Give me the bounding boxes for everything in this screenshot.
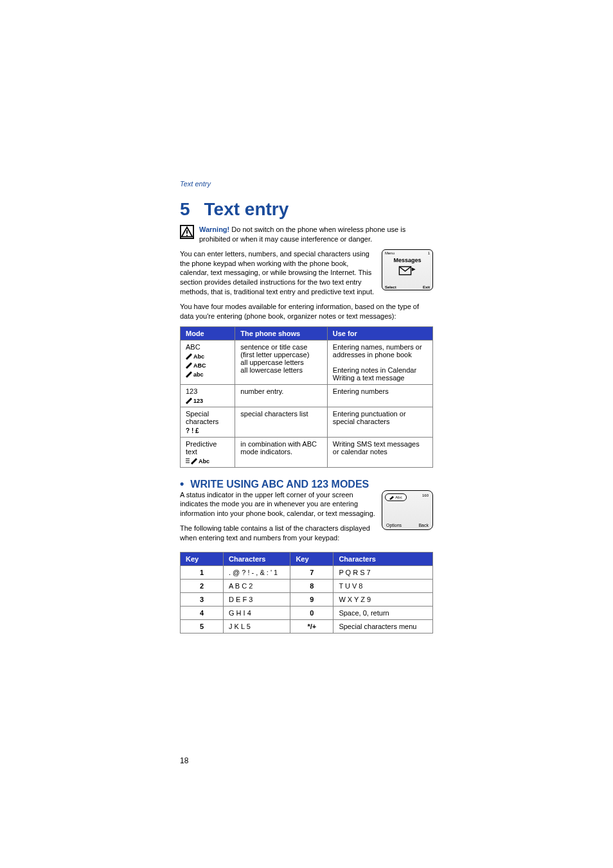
table-row: 3 D E F 3 9 W X Y Z 9 [181,592,433,606]
table-row: 2 A B C 2 8 T U V 8 [181,579,433,592]
svg-marker-5 [186,353,192,360]
key-cell: 8 [290,579,333,592]
key-th-0: Key [181,552,224,565]
key-cell: 3 [181,592,224,606]
mode-th-0: Mode [181,326,235,340]
intro-paragraph-2: You have four modes available for enteri… [180,302,433,321]
table-row: 123 123 number entry. Entering numbers [181,384,433,407]
char-cell: T U V 8 [333,579,433,592]
mode-shows: sentence or title case (first letter upp… [235,340,327,384]
key-th-1: Characters [224,552,290,565]
mode-shows: special characters list [235,407,327,437]
phone-figure-messages: Menu 1 Messages Select Exit [382,249,433,290]
mode-shows: in combination with ABC mode indicators. [235,437,327,467]
mode-use: Entering names, numbers or addresses in … [327,340,432,384]
phone2-softkey-right: Back [418,523,429,527]
table-row: 5 J K L 5 */+ Special characters menu [181,619,433,633]
char-cell: D E F 3 [224,592,290,606]
svg-rect-2 [186,230,188,234]
warning-block: Warning! Do not switch on the phone when… [180,225,433,244]
phone1-softkey-left: Select [385,285,396,289]
warning-icon [180,225,194,239]
warning-body: Do not switch on the phone when wireless… [199,226,405,243]
phone2-softkey-left: Options [386,523,402,527]
svg-marker-11 [186,398,192,404]
svg-marker-9 [186,371,192,378]
pencil-abc-upper-icon: ABC [186,361,229,369]
running-header: Text entry [180,180,433,188]
special-chars-icon: ? ! £ [186,427,229,434]
key-cell: 1 [181,565,224,579]
page-number: 18 [180,756,188,765]
phone2-char-count: 160 [422,493,429,497]
svg-marker-17 [191,458,197,465]
table-row: 4 G H I 4 0 Space, 0, return [181,606,433,619]
phone1-top-left: Menu [385,251,395,255]
chapter-heading: 5 Text entry [180,199,433,220]
mode-use: Entering numbers [327,384,432,407]
table-row: ABC Abc ABC abc sentence or title case (… [181,340,433,384]
char-cell: Space, 0, return [333,606,433,619]
char-cell: W X Y Z 9 [333,592,433,606]
predictive-pencil-icon: Abc [186,457,229,465]
warning-text: Warning! Do not switch on the phone when… [199,225,433,244]
svg-text:123: 123 [193,398,203,404]
phone-figure-input: Abc 160 Options Back [382,490,433,530]
svg-marker-7 [186,362,192,369]
mode-label: Special characters [186,410,218,425]
key-th-3: Characters [333,552,433,565]
key-table: Key Characters Key Characters 1 . @ ? ! … [180,552,433,633]
envelope-icon [382,265,432,278]
mode-shows: number entry. [235,384,327,407]
svg-text:abc: abc [193,371,204,378]
table-row: 1 . @ ? ! - , & : ' 1 7 P Q R S 7 [181,565,433,579]
mode-th-1: The phone shows [235,326,327,340]
section-title: WRITE USING ABC AND 123 MODES [190,479,369,490]
key-cell: 4 [181,606,224,619]
key-cell: 0 [290,606,333,619]
bullet-icon: • [180,478,184,490]
mode-label: 123 [186,387,197,395]
chapter-number: 5 [180,199,190,220]
char-cell: G H I 4 [224,606,290,619]
svg-text:Abc: Abc [199,458,209,465]
key-cell: 5 [181,619,224,633]
svg-marker-19 [389,496,394,500]
phone1-softkey-right: Exit [423,285,430,289]
mode-use: Entering punctuation or special characte… [327,407,432,437]
phone1-top-right: 1 [428,251,430,255]
mode-table: Mode The phone shows Use for ABC Abc ABC… [180,326,433,468]
char-cell: Special characters menu [333,619,433,633]
svg-text:ABC: ABC [193,362,206,369]
mode-label: Predictive text [186,440,217,456]
key-cell: */+ [290,619,333,633]
mode-label: ABC [186,343,200,351]
mode-use: Writing SMS text messages or calendar no… [327,437,432,467]
pencil-123-icon: 123 [186,396,229,404]
table-row: Special characters ? ! £ special charact… [181,407,433,437]
pencil-abc-icon: Abc [186,352,229,360]
char-cell: A B C 2 [224,579,290,592]
key-th-2: Key [290,552,333,565]
svg-text:? ! £: ? ! £ [186,427,199,434]
svg-rect-3 [186,235,188,236]
pencil-abc-lower-icon: abc [186,370,229,378]
char-cell: . @ ? ! - , & : ' 1 [224,565,290,579]
phone1-title: Messages [382,257,432,263]
char-cell: P Q R S 7 [333,565,433,579]
mode-th-2: Use for [327,326,432,340]
chapter-title: Text entry [204,199,289,220]
warning-label: Warning! [199,226,229,233]
section-heading: • WRITE USING ABC AND 123 MODES [180,478,433,490]
svg-text:Abc: Abc [193,353,204,360]
key-cell: 7 [290,565,333,579]
key-cell: 2 [181,579,224,592]
phone2-mode-indicator: Abc [385,493,407,501]
char-cell: J K L 5 [224,619,290,633]
key-cell: 9 [290,592,333,606]
table-row: Predictive text Abc in combination with … [181,437,433,467]
